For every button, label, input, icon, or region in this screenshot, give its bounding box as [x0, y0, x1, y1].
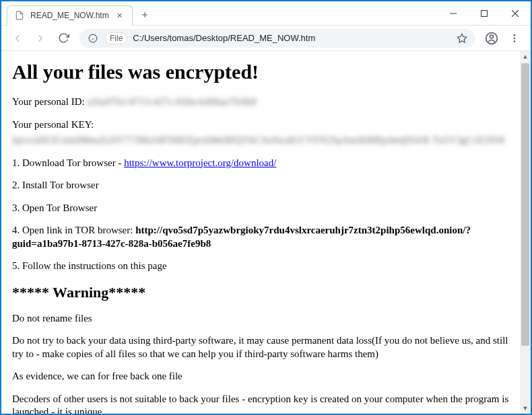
- step-4-prefix: 4. Open link in TOR browser:: [12, 225, 135, 235]
- svg-point-14: [514, 40, 516, 42]
- tab-title: READ_ME_NOW.htm: [30, 11, 109, 20]
- step-3: 3. Open Tor Browser: [12, 202, 520, 215]
- svg-point-12: [514, 34, 516, 36]
- maximize-button[interactable]: [469, 1, 500, 26]
- step-1: 1. Download Tor browser - https://www.to…: [12, 157, 520, 170]
- url-text[interactable]: C:/Users/tomas/Desktop/READ_ME_NOW.htm: [133, 33, 450, 43]
- site-info-icon[interactable]: [86, 34, 100, 43]
- close-window-button[interactable]: [500, 1, 531, 26]
- personal-key-value: hpvs/aDCE/sim0MnuZy0V773MeJ4P3H8/EprsbMe…: [12, 134, 520, 147]
- file-chip: File: [105, 32, 127, 44]
- page-content: All your files was encrypted! Your perso…: [1, 51, 531, 414]
- vertical-scrollbar[interactable]: ▲ ▼: [520, 51, 531, 414]
- scroll-up-icon[interactable]: ▲: [520, 51, 531, 62]
- step-5: 5. Follow the instructions on this page: [12, 260, 520, 273]
- svg-marker-9: [457, 34, 466, 42]
- close-tab-icon[interactable]: ×: [114, 10, 125, 21]
- warning-2: Do not try to back your data using third…: [12, 334, 520, 361]
- menu-button[interactable]: [504, 28, 525, 49]
- toolbar: File C:/Users/tomas/Desktop/READ_ME_NOW.…: [1, 26, 531, 51]
- warning-3: As evidence, we can for free back one fi…: [12, 370, 520, 383]
- forward-button[interactable]: [30, 28, 51, 49]
- step-2: 2. Install Tor browser: [12, 179, 520, 192]
- personal-id-line: Your personal ID: a1ba97b1-8713-427c-828…: [12, 96, 520, 109]
- titlebar: READ_ME_NOW.htm ×: [1, 1, 531, 26]
- file-icon: [14, 10, 25, 21]
- svg-point-11: [490, 35, 494, 38]
- svg-rect-3: [481, 10, 488, 16]
- new-tab-button[interactable]: [135, 5, 154, 24]
- scrollbar-thumb[interactable]: [521, 63, 529, 346]
- svg-point-13: [514, 37, 516, 39]
- window-controls: [438, 1, 531, 25]
- personal-id-value: a1ba97b1-8713-427c-828a-b496ae7fe9b8: [87, 96, 257, 107]
- browser-window: READ_ME_NOW.htm ×: [1, 1, 531, 414]
- minimize-button[interactable]: [438, 1, 469, 26]
- tabs-strip: READ_ME_NOW.htm ×: [1, 1, 438, 25]
- file-chip-label: File: [110, 34, 123, 43]
- warning-4: Decoders of other users is not suitable …: [12, 393, 520, 414]
- back-button[interactable]: [7, 28, 28, 49]
- address-bar[interactable]: File C:/Users/tomas/Desktop/READ_ME_NOW.…: [79, 29, 475, 48]
- reload-button[interactable]: [53, 28, 74, 49]
- tor-download-link[interactable]: https://www.torproject.org/download/: [124, 157, 276, 168]
- personal-id-label: Your personal ID:: [12, 96, 87, 107]
- personal-key-label: Your personal KEY:: [12, 118, 520, 132]
- warning-heading: ***** Warning*****: [12, 284, 520, 301]
- warning-1: Do not rename files: [12, 312, 520, 326]
- profile-button[interactable]: [481, 28, 502, 49]
- browser-tab[interactable]: READ_ME_NOW.htm ×: [7, 5, 133, 26]
- page-title: All your files was encrypted!: [12, 61, 520, 83]
- step-1-prefix: 1. Download Tor browser -: [12, 157, 124, 168]
- bookmark-icon[interactable]: [455, 33, 469, 44]
- scroll-down-icon[interactable]: ▼: [520, 403, 531, 414]
- step-4: 4. Open link in TOR browser: http://qvo5…: [12, 224, 520, 250]
